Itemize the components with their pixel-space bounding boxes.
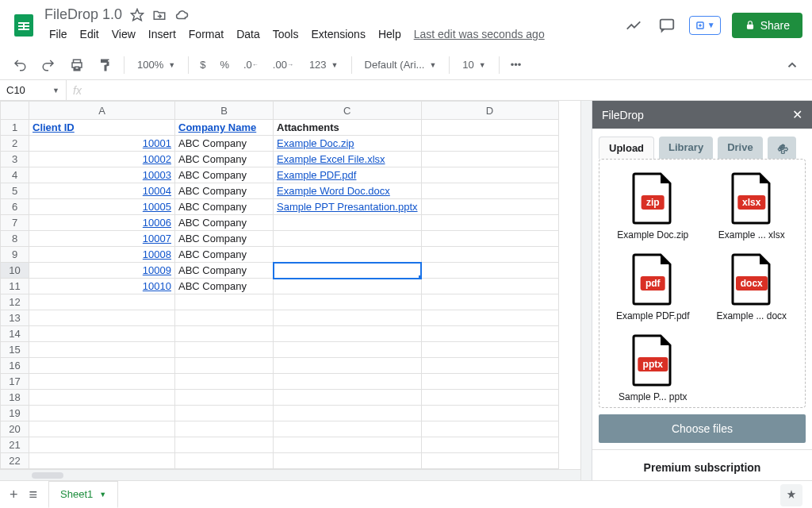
number-format-dropdown[interactable]: 123▼: [304, 56, 343, 74]
file-name: Example PDF.pdf: [616, 310, 690, 321]
svg-point-9: [780, 146, 783, 149]
file-name: Example ... xlsx: [718, 229, 785, 241]
panel-title: FileDrop: [602, 109, 644, 121]
toolbar: 100%▼ $ % .0← .00→ 123▼ Default (Ari...▼…: [0, 50, 812, 80]
more-toolbar-button[interactable]: •••: [508, 56, 525, 74]
font-size-dropdown[interactable]: 10▼: [458, 56, 490, 74]
menu-extensions[interactable]: Extensions: [306, 25, 370, 44]
menu-format[interactable]: Format: [184, 25, 228, 44]
redo-button[interactable]: [38, 55, 59, 75]
file-tile[interactable]: xlsx Example ... xlsx: [707, 172, 798, 241]
menu-view[interactable]: View: [107, 25, 140, 44]
gear-icon: [776, 141, 788, 154]
menu-help[interactable]: Help: [373, 25, 406, 44]
fx-icon: fx: [67, 84, 88, 97]
menu-insert[interactable]: Insert: [144, 25, 181, 44]
currency-button[interactable]: $: [197, 56, 209, 74]
menu-edit[interactable]: Edit: [75, 25, 104, 44]
svg-rect-8: [747, 24, 753, 29]
tab-library[interactable]: Library: [659, 137, 713, 159]
premium-subscription-link[interactable]: Premium subscription: [592, 449, 812, 485]
menu-bar: File Edit View Insert Format Data Tools …: [44, 25, 616, 44]
font-dropdown[interactable]: Default (Ari...▼: [360, 56, 442, 74]
undo-button[interactable]: [10, 55, 30, 75]
col-header-b[interactable]: B: [175, 102, 274, 120]
chevron-down-icon: ▼: [99, 491, 106, 498]
cloud-status-icon[interactable]: [174, 8, 189, 22]
vertical-scrollbar[interactable]: [580, 101, 592, 480]
horizontal-scrollbar[interactable]: [0, 469, 580, 480]
svg-marker-5: [132, 9, 144, 20]
cell[interactable]: [421, 120, 558, 136]
upload-dropzone[interactable]: zip Example Doc.zip xlsx Example ... xls…: [599, 159, 806, 408]
sheet-tab[interactable]: Sheet1▼: [48, 481, 118, 508]
filedrop-panel: FileDrop ✕ Upload Library Drive zip Exam…: [592, 101, 812, 480]
tab-upload[interactable]: Upload: [599, 137, 654, 159]
choose-files-button[interactable]: Choose files: [599, 414, 806, 443]
formula-input[interactable]: [88, 84, 812, 96]
all-sheets-button[interactable]: ≡: [29, 487, 38, 503]
file-tile[interactable]: docx Example ... docx: [707, 253, 798, 321]
present-button[interactable]: ▼: [689, 16, 721, 35]
close-icon[interactable]: ✕: [792, 107, 802, 122]
svg-rect-6: [660, 19, 673, 29]
star-icon[interactable]: [130, 8, 144, 22]
tab-settings[interactable]: [768, 137, 796, 159]
percent-button[interactable]: %: [216, 56, 232, 74]
decrease-decimal-button[interactable]: .0←: [240, 56, 262, 74]
collapse-toolbar-button[interactable]: [782, 55, 802, 75]
increase-decimal-button[interactable]: .00→: [270, 56, 297, 74]
share-button[interactable]: Share: [732, 13, 802, 38]
last-edit-link[interactable]: Last edit was seconds ago: [409, 25, 550, 44]
file-tile[interactable]: pptx Sample P... pptx: [607, 334, 699, 402]
cell[interactable]: Company Name: [175, 120, 274, 136]
file-name: Example Doc.zip: [617, 229, 688, 241]
file-tile[interactable]: pdf Example PDF.pdf: [607, 253, 699, 321]
history-icon[interactable]: [622, 14, 645, 37]
sheets-logo[interactable]: [10, 11, 38, 40]
file-name: Example ... docx: [716, 310, 787, 321]
col-header-d[interactable]: D: [421, 102, 558, 120]
menu-file[interactable]: File: [44, 25, 72, 44]
svg-rect-4: [23, 22, 25, 30]
col-header-a[interactable]: A: [29, 102, 175, 120]
zoom-dropdown[interactable]: 100%▼: [132, 56, 180, 74]
cell[interactable]: Client ID: [29, 120, 175, 136]
menu-data[interactable]: Data: [232, 25, 265, 44]
doc-title[interactable]: FileDrop 1.0: [44, 6, 122, 23]
paint-format-button[interactable]: [95, 55, 116, 75]
name-box[interactable]: C10▼: [0, 80, 67, 100]
file-name: Sample P... pptx: [619, 391, 688, 402]
explore-button[interactable]: [780, 484, 802, 506]
file-tile[interactable]: zip Example Doc.zip: [607, 172, 699, 241]
tab-drive[interactable]: Drive: [718, 137, 763, 159]
cell[interactable]: Attachments: [274, 120, 422, 136]
menu-tools[interactable]: Tools: [268, 25, 304, 44]
print-button[interactable]: [67, 55, 87, 75]
selected-cell[interactable]: [274, 263, 422, 279]
add-sheet-button[interactable]: +: [10, 487, 18, 503]
share-label: Share: [760, 19, 790, 32]
move-folder-icon[interactable]: [152, 8, 167, 22]
chevron-down-icon: ▼: [707, 21, 715, 29]
comments-icon[interactable]: [656, 14, 678, 37]
spreadsheet-grid[interactable]: A B C D 1 Client ID Company Name Attachm…: [0, 101, 559, 469]
row-header[interactable]: 1: [1, 120, 29, 136]
col-header-c[interactable]: C: [274, 102, 422, 120]
